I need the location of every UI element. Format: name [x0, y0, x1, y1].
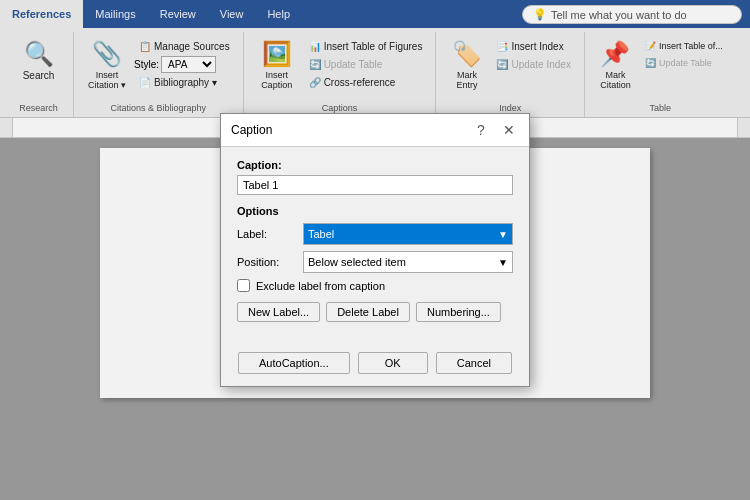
caption-field-label: Caption: [237, 159, 513, 171]
new-label-button[interactable]: New Label... [237, 302, 320, 322]
position-select-value: Below selected item [308, 256, 406, 268]
position-select[interactable]: Below selected item ▼ [303, 251, 513, 273]
modal-overlay: Caption ? ✕ Caption: Options Label: Tabe… [0, 0, 750, 500]
autocaption-button[interactable]: AutoCaption... [238, 352, 350, 374]
position-dropdown-arrow: ▼ [498, 257, 508, 268]
dialog-footer: AutoCaption... OK Cancel [221, 344, 529, 386]
label-row-label: Label: [237, 228, 295, 240]
caption-dialog: Caption ? ✕ Caption: Options Label: Tabe… [220, 113, 530, 387]
options-section-label: Options [237, 205, 513, 217]
dialog-titlebar: Caption ? ✕ [221, 114, 529, 147]
delete-label-button[interactable]: Delete Label [326, 302, 410, 322]
numbering-button[interactable]: Numbering... [416, 302, 501, 322]
caption-action-buttons: New Label... Delete Label Numbering... [237, 302, 513, 322]
dialog-titlebar-buttons: ? ✕ [471, 120, 519, 140]
label-select[interactable]: Tabel ▼ [303, 223, 513, 245]
dialog-help-button[interactable]: ? [471, 120, 491, 140]
dialog-title: Caption [231, 123, 272, 137]
exclude-label-text: Exclude label from caption [256, 280, 385, 292]
position-select-wrapper[interactable]: Below selected item ▼ [303, 251, 513, 273]
label-select-wrapper[interactable]: Tabel ▼ [303, 223, 513, 245]
exclude-label-checkbox[interactable] [237, 279, 250, 292]
position-row-label: Position: [237, 256, 295, 268]
label-select-value: Tabel [308, 228, 334, 240]
exclude-label-row: Exclude label from caption [237, 279, 513, 292]
position-row: Position: Below selected item ▼ [237, 251, 513, 273]
ok-button[interactable]: OK [358, 352, 428, 374]
cancel-button[interactable]: Cancel [436, 352, 512, 374]
label-dropdown-arrow: ▼ [498, 229, 508, 240]
dialog-close-button[interactable]: ✕ [499, 120, 519, 140]
caption-input[interactable] [237, 175, 513, 195]
dialog-body: Caption: Options Label: Tabel ▼ Position… [221, 147, 529, 344]
label-row: Label: Tabel ▼ [237, 223, 513, 245]
